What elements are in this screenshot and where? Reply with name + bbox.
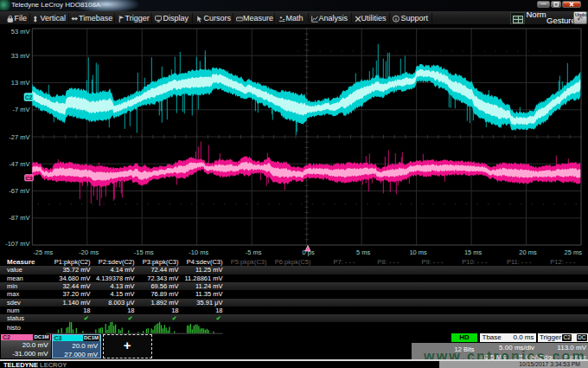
svg-text:C3: C3 <box>26 176 33 181</box>
svg-text:-5 ms: -5 ms <box>246 249 262 256</box>
svg-text:25 ms: 25 ms <box>565 249 583 256</box>
svg-text:53 mV: 53 mV <box>11 28 30 36</box>
svg-text:20 ms: 20 ms <box>519 249 537 256</box>
svg-text:-107 mV: -107 mV <box>5 240 29 248</box>
svg-text:15 ms: 15 ms <box>464 249 483 256</box>
svg-text:-67 mV: -67 mV <box>9 187 29 195</box>
svg-text:-25 ms: -25 ms <box>33 249 53 256</box>
svg-text:-87 mV: -87 mV <box>9 214 29 222</box>
svg-text:33 mV: 33 mV <box>11 52 30 60</box>
svg-text:-7 mV: -7 mV <box>12 106 29 113</box>
svg-text:C2: C2 <box>25 94 33 100</box>
svg-text:13 mV: 13 mV <box>11 79 30 87</box>
svg-text:10 ms: 10 ms <box>409 249 427 256</box>
svg-text:5 ms: 5 ms <box>356 249 371 256</box>
svg-text:-10 ms: -10 ms <box>189 249 208 256</box>
svg-text:-47 mV: -47 mV <box>9 160 29 168</box>
svg-text:-27 mV: -27 mV <box>9 133 29 141</box>
svg-text:-15 ms: -15 ms <box>134 249 154 256</box>
svg-text:-20 ms: -20 ms <box>79 249 99 256</box>
